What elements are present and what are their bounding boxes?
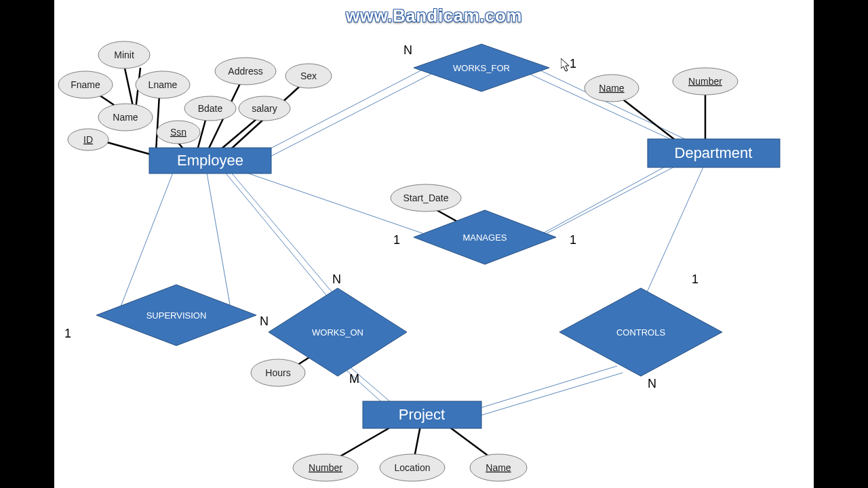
card-sv-sub: N — [260, 314, 269, 328]
svg-text:Number: Number — [309, 462, 342, 473]
svg-line-9 — [224, 171, 329, 298]
mouse-cursor-icon — [561, 58, 572, 73]
entity-department: Department — [648, 139, 780, 167]
attr-id: ID — [68, 129, 108, 150]
card-sv-sup: 1 — [64, 327, 71, 340]
attr-proj-name: Name — [470, 454, 527, 481]
svg-text:Bdate: Bdate — [198, 103, 223, 114]
svg-text:CONTROLS: CONTROLS — [616, 327, 666, 338]
svg-text:Number: Number — [688, 76, 722, 87]
svg-text:salary: salary — [252, 103, 277, 114]
svg-text:Start_Date: Start_Date — [403, 192, 449, 203]
attr-address: Address — [215, 58, 276, 85]
svg-line-15 — [478, 373, 623, 416]
rel-works-for: WORKS_FOR — [414, 44, 549, 92]
svg-line-11 — [342, 366, 387, 407]
attr-start-date: Start_Date — [391, 184, 461, 211]
svg-text:Name: Name — [113, 112, 138, 123]
er-diagram-svg: Employee Department Project WORKS_FOR MA… — [54, 0, 814, 488]
svg-line-1 — [254, 72, 435, 165]
entity-project: Project — [363, 401, 481, 428]
card-mg-dept: 1 — [570, 233, 576, 247]
svg-line-6 — [529, 163, 682, 243]
svg-text:ID: ID — [83, 134, 93, 145]
attr-name: Name — [98, 104, 153, 131]
svg-text:Sex: Sex — [300, 70, 317, 81]
svg-text:Lname: Lname — [149, 79, 178, 90]
attr-proj-number: Number — [293, 454, 358, 481]
svg-line-14 — [473, 366, 617, 410]
rel-manages: MANAGES — [414, 210, 556, 264]
svg-text:Fname: Fname — [71, 79, 100, 90]
attr-bdate: Bdate — [184, 96, 236, 121]
attr-dept-number: Number — [673, 68, 738, 95]
svg-text:Address: Address — [228, 66, 262, 77]
svg-text:Name: Name — [599, 83, 625, 94]
rel-controls: CONTROLS — [559, 288, 722, 376]
svg-line-10 — [229, 169, 334, 295]
svg-line-18 — [156, 95, 159, 151]
svg-text:Department: Department — [675, 144, 753, 161]
card-wo-proj: M — [349, 372, 359, 386]
svg-line-8 — [207, 173, 231, 308]
svg-text:WORKS_FOR: WORKS_FOR — [453, 63, 510, 73]
attr-sex: Sex — [285, 64, 332, 88]
attr-dept-name: Name — [585, 75, 639, 102]
svg-text:Project: Project — [399, 406, 445, 423]
card-ct-dept: 1 — [692, 272, 698, 286]
rel-supervision: SUPERVISION — [96, 285, 256, 346]
entity-employee: Employee — [149, 148, 271, 174]
watermark: www.Bandicam.com — [346, 5, 522, 26]
card-ct-proj: N — [648, 377, 656, 390]
attr-hours: Hours — [251, 359, 305, 386]
card-wf-emp: N — [403, 43, 412, 57]
svg-text:Employee: Employee — [177, 152, 243, 169]
svg-text:Hours: Hours — [265, 367, 290, 378]
attr-salary: salary — [239, 96, 290, 121]
attr-fname: Fname — [58, 71, 113, 98]
attr-ssn: Ssn — [157, 121, 200, 144]
svg-text:Location: Location — [395, 462, 431, 473]
svg-text:MANAGES: MANAGES — [462, 232, 507, 243]
svg-line-24 — [217, 115, 261, 152]
attr-minit: Minit — [98, 41, 150, 68]
card-wo-emp: N — [332, 272, 341, 286]
svg-text:SUPERVISION: SUPERVISION — [146, 310, 207, 321]
card-mg-emp: 1 — [393, 233, 400, 247]
diagram-canvas: www.Bandicam.com Employee Department Pro… — [54, 0, 814, 488]
attr-lname: Lname — [136, 71, 190, 98]
attr-location: Location — [380, 454, 445, 481]
svg-text:WORKS_ON: WORKS_ON — [312, 327, 363, 338]
svg-line-5 — [536, 156, 685, 237]
svg-text:Ssn: Ssn — [170, 127, 186, 138]
svg-text:Name: Name — [486, 462, 511, 473]
svg-text:Minit: Minit — [114, 49, 134, 60]
